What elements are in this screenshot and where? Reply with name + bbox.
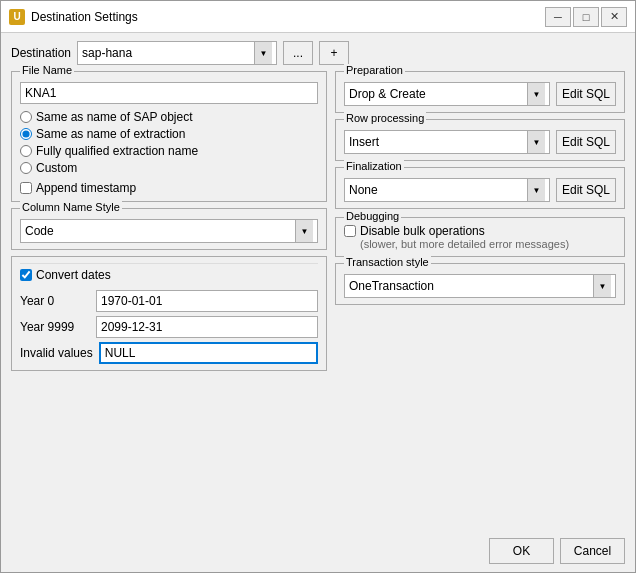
dots-button[interactable]: ... bbox=[283, 41, 313, 65]
invalid-values-label: Invalid values bbox=[20, 346, 93, 360]
maximize-button[interactable]: □ bbox=[573, 7, 599, 27]
bottom-bar: OK Cancel bbox=[1, 530, 635, 572]
column-name-style-dropdown[interactable]: Code ▼ bbox=[20, 219, 318, 243]
radio-extraction-name[interactable]: Same as name of extraction bbox=[20, 127, 318, 141]
window-title: Destination Settings bbox=[31, 10, 138, 24]
append-timestamp-checkbox[interactable]: Append timestamp bbox=[20, 181, 318, 195]
radio-custom[interactable]: Custom bbox=[20, 161, 318, 175]
file-name-group: File Name Same as name of SAP object Sam… bbox=[11, 71, 327, 202]
destination-dropdown-arrow: ▼ bbox=[254, 42, 272, 64]
finalization-edit-sql-button[interactable]: Edit SQL bbox=[556, 178, 616, 202]
debugging-note: (slower, but more detailed error message… bbox=[360, 238, 616, 250]
transaction-style-label: Transaction style bbox=[344, 256, 431, 268]
disable-bulk-input[interactable] bbox=[344, 225, 356, 237]
transaction-style-dropdown[interactable]: OneTransaction ▼ bbox=[344, 274, 616, 298]
convert-dates-group: Convert dates Year 0 Year 9999 Invalid v… bbox=[11, 256, 327, 371]
destination-dropdown[interactable]: sap-hana ▼ bbox=[77, 41, 277, 65]
preparation-group: Preparation Drop & Create ▼ Edit SQL bbox=[335, 71, 625, 113]
convert-dates-input[interactable] bbox=[20, 269, 32, 281]
row-processing-dropdown-arrow: ▼ bbox=[527, 131, 545, 153]
file-name-group-label: File Name bbox=[20, 64, 74, 76]
row-processing-group: Row processing Insert ▼ Edit SQL bbox=[335, 119, 625, 161]
column-name-style-group: Column Name Style Code ▼ bbox=[11, 208, 327, 250]
finalization-dropdown[interactable]: None ▼ bbox=[344, 178, 550, 202]
transaction-style-group: Transaction style OneTransaction ▼ bbox=[335, 263, 625, 305]
finalization-row: None ▼ Edit SQL bbox=[344, 178, 616, 202]
destination-row: Destination sap-hana ▼ ... + bbox=[11, 41, 625, 65]
finalization-dropdown-arrow: ▼ bbox=[527, 179, 545, 201]
preparation-row: Drop & Create ▼ Edit SQL bbox=[344, 82, 616, 106]
title-bar: U Destination Settings ─ □ ✕ bbox=[1, 1, 635, 33]
disable-bulk-checkbox[interactable]: Disable bulk operations bbox=[344, 224, 616, 238]
ok-button[interactable]: OK bbox=[489, 538, 554, 564]
year0-input[interactable] bbox=[96, 290, 318, 312]
radio-sap-object-input[interactable] bbox=[20, 111, 32, 123]
close-button[interactable]: ✕ bbox=[601, 7, 627, 27]
radio-sap-object[interactable]: Same as name of SAP object bbox=[20, 110, 318, 124]
app-icon: U bbox=[9, 9, 25, 25]
preparation-edit-sql-button[interactable]: Edit SQL bbox=[556, 82, 616, 106]
plus-button[interactable]: + bbox=[319, 41, 349, 65]
preparation-dropdown[interactable]: Drop & Create ▼ bbox=[344, 82, 550, 106]
year9999-row: Year 9999 bbox=[20, 316, 318, 338]
year9999-input[interactable] bbox=[96, 316, 318, 338]
year0-row: Year 0 bbox=[20, 290, 318, 312]
convert-dates-checkbox[interactable]: Convert dates bbox=[20, 268, 111, 282]
debugging-label: Debugging bbox=[344, 210, 401, 222]
invalid-values-input[interactable] bbox=[99, 342, 318, 364]
radio-fq-extraction-input[interactable] bbox=[20, 145, 32, 157]
append-timestamp-input[interactable] bbox=[20, 182, 32, 194]
cancel-button[interactable]: Cancel bbox=[560, 538, 625, 564]
invalid-values-row: Invalid values bbox=[20, 342, 318, 364]
transaction-style-dropdown-arrow: ▼ bbox=[593, 275, 611, 297]
content-area: Destination sap-hana ▼ ... + File Name bbox=[1, 33, 635, 530]
finalization-label: Finalization bbox=[344, 160, 404, 172]
row-processing-dropdown[interactable]: Insert ▼ bbox=[344, 130, 550, 154]
row-processing-label: Row processing bbox=[344, 112, 426, 124]
preparation-dropdown-arrow: ▼ bbox=[527, 83, 545, 105]
row-processing-edit-sql-button[interactable]: Edit SQL bbox=[556, 130, 616, 154]
year0-label: Year 0 bbox=[20, 294, 90, 308]
file-name-input[interactable] bbox=[20, 82, 318, 104]
destination-label: Destination bbox=[11, 46, 71, 60]
minimize-button[interactable]: ─ bbox=[545, 7, 571, 27]
row-processing-row: Insert ▼ Edit SQL bbox=[344, 130, 616, 154]
column-name-dropdown-arrow: ▼ bbox=[295, 220, 313, 242]
convert-dates-row: Convert dates bbox=[20, 263, 318, 286]
year9999-label: Year 9999 bbox=[20, 320, 90, 334]
radio-custom-input[interactable] bbox=[20, 162, 32, 174]
radio-extraction-name-input[interactable] bbox=[20, 128, 32, 140]
radio-group: Same as name of SAP object Same as name … bbox=[20, 110, 318, 175]
main-window: U Destination Settings ─ □ ✕ Destination… bbox=[0, 0, 636, 573]
main-panels: File Name Same as name of SAP object Sam… bbox=[11, 71, 625, 522]
debugging-group: Debugging Disable bulk operations (slowe… bbox=[335, 217, 625, 257]
preparation-label: Preparation bbox=[344, 64, 405, 76]
finalization-group: Finalization None ▼ Edit SQL bbox=[335, 167, 625, 209]
radio-fq-extraction[interactable]: Fully qualified extraction name bbox=[20, 144, 318, 158]
left-panel: File Name Same as name of SAP object Sam… bbox=[11, 71, 327, 522]
column-name-style-label: Column Name Style bbox=[20, 201, 122, 213]
right-panel: Preparation Drop & Create ▼ Edit SQL Row… bbox=[335, 71, 625, 522]
